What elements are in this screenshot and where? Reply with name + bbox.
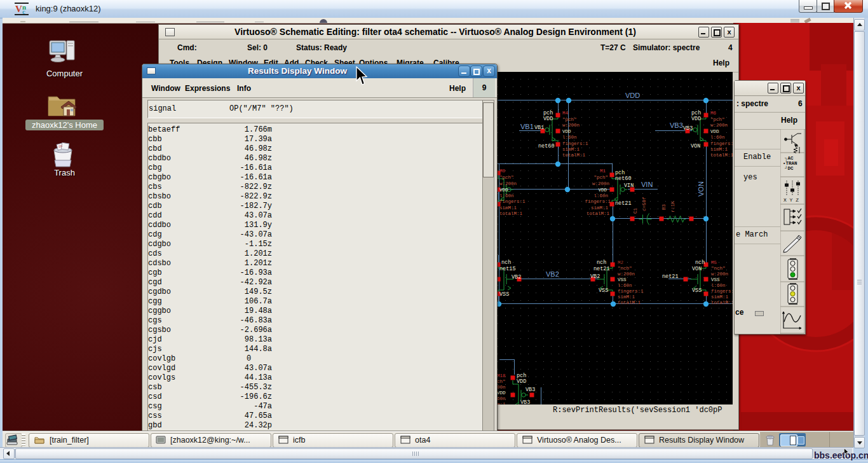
svg-text:net60: net60 — [538, 143, 555, 149]
svg-text:l:60n: l:60n — [593, 193, 608, 198]
svg-text:simM:1: simM:1 — [618, 294, 635, 300]
svg-text:nch: nch — [597, 259, 606, 266]
svg-text:nch: nch — [501, 259, 511, 266]
svg-text:"nch": "nch" — [711, 266, 726, 271]
svg-text:60n: 60n — [497, 396, 506, 401]
svg-text:M0: M0 — [499, 169, 506, 174]
svg-text:ch": ch" — [497, 379, 506, 384]
svg-text:fingers:1: fingers:1 — [499, 199, 526, 204]
svg-text:VB2: VB2 — [590, 273, 600, 280]
svg-text:VB3: VB3 — [683, 125, 693, 132]
svg-text:"pch": "pch" — [562, 117, 577, 122]
svg-text:VDD: VDD — [598, 188, 607, 193]
svg-text:VDD: VDD — [710, 129, 719, 134]
svg-text:M1: M1 — [600, 169, 606, 174]
svg-text:VDD: VDD — [497, 390, 506, 396]
svg-text:net21: net21 — [662, 273, 679, 280]
svg-text:VIN: VIN — [624, 183, 634, 189]
svg-text:VB2: VB2 — [512, 274, 521, 280]
svg-text:C1: C1 — [633, 207, 638, 214]
svg-text:totalM:1: totalM:1 — [711, 300, 733, 305]
svg-text:VSS: VSS — [618, 277, 627, 282]
svg-text:M5: M5 — [711, 260, 717, 265]
svg-text:totalM:1: totalM:1 — [618, 300, 641, 305]
svg-text:VB3: VB3 — [526, 387, 535, 393]
svg-text:M4: M4 — [562, 111, 569, 116]
svg-text:fingers:1: fingers:1 — [618, 289, 644, 294]
svg-text:VSS: VSS — [599, 287, 608, 294]
svg-text:VB2: VB2 — [546, 270, 559, 278]
svg-text:"nch": "nch" — [618, 266, 632, 271]
svg-text:nch: nch — [695, 259, 705, 266]
svg-text:┘DC: ┘DC — [784, 165, 794, 171]
svg-text:00n: 00n — [497, 385, 506, 390]
svg-text:"pch": "pch" — [710, 117, 725, 122]
svg-text:net15: net15 — [499, 266, 516, 272]
svg-text:simM:1: simM:1 — [591, 205, 609, 211]
svg-text:M2: M2 — [618, 260, 623, 265]
svg-text:w:200n: w:200n — [562, 123, 580, 128]
svg-text:X Y Z: X Y Z — [783, 197, 799, 203]
svg-text:VIN: VIN — [641, 181, 653, 188]
svg-text:w:200n: w:200n — [618, 272, 635, 277]
svg-text:simM:1: simM:1 — [711, 294, 729, 300]
svg-text:M6: M6 — [710, 111, 717, 116]
svg-text:fingers:: fingers: — [711, 289, 733, 294]
svg-text:l:60n: l:60n — [562, 135, 577, 140]
svg-text:c=50f: c=50f — [642, 197, 647, 211]
svg-text:fingers:1: fingers:1 — [585, 199, 611, 204]
svg-text:VB3: VB3 — [670, 121, 683, 129]
svg-text:VB1: VB1 — [520, 123, 534, 130]
svg-text:fingers:1: fingers:1 — [562, 141, 588, 146]
svg-text:l:60n: l:60n — [710, 135, 725, 140]
svg-text:l:60n: l:60n — [499, 193, 514, 198]
svg-text:VDD: VDD — [499, 188, 508, 193]
svg-text:l:60n: l:60n — [618, 283, 632, 288]
svg-text:"pch": "pch" — [499, 175, 514, 180]
svg-text:▪TRAN: ▪TRAN — [783, 161, 797, 166]
svg-text:net21: net21 — [593, 266, 610, 272]
svg-text:VDD: VDD — [625, 92, 640, 99]
svg-text:totalM:1: totalM:1 — [587, 211, 610, 216]
svg-text:VON: VON — [692, 266, 702, 272]
svg-text:M18: M18 — [497, 373, 506, 378]
svg-text:w:200n: w:200n — [499, 181, 517, 186]
svg-text:VSS: VSS — [692, 287, 702, 294]
svg-text:VON: VON — [691, 143, 700, 149]
svg-text:net60: net60 — [615, 176, 632, 182]
svg-text:VDD: VDD — [543, 116, 553, 122]
svg-text:VB1: VB1 — [534, 125, 544, 131]
svg-text:R3: R3 — [661, 204, 667, 210]
svg-text:w:200n: w:200n — [592, 181, 609, 186]
svg-text:VDD: VDD — [562, 129, 571, 134]
svg-text:VON: VON — [697, 181, 705, 197]
svg-text:net21: net21 — [615, 200, 632, 207]
svg-text:"pch": "pch" — [593, 175, 608, 180]
svg-text:VB3: VB3 — [520, 399, 530, 404]
svg-text:totalM:1: totalM:1 — [710, 153, 733, 158]
svg-text:w:200n: w:200n — [711, 272, 728, 277]
svg-text:r:1K: r:1K — [670, 200, 675, 212]
svg-text:VSS: VSS — [499, 291, 509, 298]
svg-text:l:60n: l:60n — [711, 283, 726, 288]
svg-text:VSS: VSS — [711, 277, 720, 282]
svg-text:VDD: VDD — [517, 378, 526, 385]
svg-text:simM:1: simM:1 — [562, 147, 580, 152]
svg-text:totalM:1: totalM:1 — [499, 211, 523, 216]
svg-text:totalM:1: totalM:1 — [562, 153, 586, 158]
svg-text:VDD: VDD — [691, 116, 701, 122]
svg-text:simM:1: simM:1 — [710, 147, 728, 152]
svg-text:fingers:: fingers: — [710, 141, 733, 146]
svg-text:w:200n: w:200n — [710, 123, 728, 128]
svg-text:simM:1: simM:1 — [499, 205, 517, 211]
